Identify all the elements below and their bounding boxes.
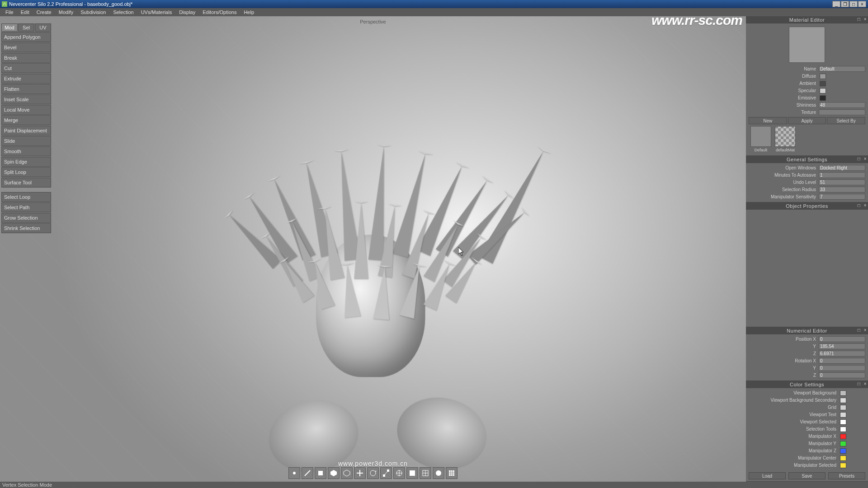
gs-autosave-input[interactable] [819,172,865,178]
cs-swatch[interactable] [840,398,846,403]
ne-posy-input[interactable] [819,343,865,349]
mat-slot-default[interactable]: Default [750,126,771,152]
tool-cut[interactable]: Cut [1,63,51,73]
menu-edit[interactable]: Edit [17,9,33,15]
menu-subdivision[interactable]: Subdivision [77,9,109,15]
tool-select-path[interactable]: Select Path [1,202,51,212]
menu-file[interactable]: File [2,9,17,15]
gs-msens-input[interactable] [819,194,865,200]
move-tool-icon[interactable] [354,467,366,479]
panel-undock-icon[interactable]: □ [856,327,862,333]
viewport[interactable]: Perspective www.rr-sc.com www.power3d.co… [0,16,746,482]
menu-uvs-materials[interactable]: UVs/Materials [137,9,175,15]
select-face-icon[interactable] [315,467,326,479]
rotate-tool-icon[interactable] [367,467,379,479]
mat-selectby-button[interactable]: Select By [827,117,865,124]
color-settings-header[interactable]: Color Settings □ × [746,381,868,388]
ne-rotz-input[interactable] [819,372,865,378]
tool-spin-edge[interactable]: Spin Edge [1,157,51,167]
gs-undo-input[interactable] [819,179,865,185]
tool-surface-tool[interactable]: Surface Tool [1,178,51,188]
ne-posx-input[interactable] [819,336,865,342]
wireframe-icon[interactable] [341,467,353,479]
menu-create[interactable]: Create [33,9,55,15]
cs-swatch[interactable] [840,427,846,432]
select-vertex-icon[interactable] [288,467,300,479]
object-properties-header[interactable]: Object Properties □ × [746,202,868,210]
tool-break[interactable]: Break [1,53,51,63]
tool-local-move[interactable]: Local Move [1,105,51,115]
shade-textured-icon[interactable] [446,467,458,479]
tool-select-loop[interactable]: Select Loop [1,192,51,202]
restore-button[interactable]: ❐ [841,1,849,7]
cs-swatch[interactable] [840,412,846,418]
cs-swatch[interactable] [840,419,846,425]
ne-rotx-input[interactable] [819,358,865,364]
numerical-editor-header[interactable]: Numerical Editor □ × [746,327,868,334]
mat-texture-input[interactable] [819,109,865,115]
mat-new-button[interactable]: New [749,117,787,124]
maximize-button[interactable]: □ [849,1,858,7]
menu-display[interactable]: Display [175,9,199,15]
tool-smooth[interactable]: Smooth [1,146,51,156]
cs-swatch[interactable] [840,441,846,446]
gs-selrad-input[interactable] [819,187,865,192]
tool-paint-displacement[interactable]: Paint Displacement [1,126,51,136]
tool-slide[interactable]: Slide [1,136,51,146]
cs-swatch[interactable] [840,434,846,439]
panel-undock-icon[interactable]: □ [856,381,862,387]
tab-uv[interactable]: UV [35,23,51,32]
menu-editors-options[interactable]: Editors/Options [199,9,240,15]
shade-wire-icon[interactable] [420,467,431,479]
shade-flat-icon[interactable] [406,467,418,479]
ne-roty-input[interactable] [819,365,865,371]
menu-selection[interactable]: Selection [109,9,137,15]
tab-sel[interactable]: Sel [18,23,34,32]
cs-swatch[interactable] [840,390,846,396]
tool-grow-selection[interactable]: Grow Selection [1,213,51,223]
cs-load-button[interactable]: Load [749,472,786,479]
ne-posz-input[interactable] [819,351,865,357]
minimize-button[interactable]: _ [832,1,840,7]
mat-shininess-input[interactable] [819,102,865,108]
tab-mod[interactable]: Mod [1,23,18,32]
panel-close-icon[interactable]: × [863,156,868,162]
panel-undock-icon[interactable]: □ [856,156,862,162]
cs-swatch[interactable] [840,455,846,461]
general-settings-header[interactable]: General Settings □ × [746,156,868,163]
tool-merge[interactable]: Merge [1,115,51,125]
menu-modify[interactable]: Modify [55,9,77,15]
gs-openwin-input[interactable] [819,165,865,171]
mat-slot-defaultmat[interactable]: defaultMat [775,126,796,152]
cs-swatch[interactable] [840,463,846,468]
panel-undock-icon[interactable]: □ [856,16,862,23]
tool-bevel[interactable]: Bevel [1,42,51,52]
close-button[interactable]: × [858,1,866,7]
shade-smooth-icon[interactable] [433,467,444,479]
panel-undock-icon[interactable]: □ [856,202,862,209]
select-edge-icon[interactable] [302,467,313,479]
scale-tool-icon[interactable] [380,467,392,479]
mat-apply-button[interactable]: Apply [788,117,826,124]
panel-close-icon[interactable]: × [863,327,868,333]
panel-close-icon[interactable]: × [863,202,868,209]
panel-close-icon[interactable]: × [863,381,868,387]
panel-close-icon[interactable]: × [863,16,868,23]
material-editor-header[interactable]: Material Editor □ × [746,16,868,23]
tool-extrude[interactable]: Extrude [1,74,51,84]
tool-split-loop[interactable]: Split Loop [1,167,51,177]
universal-tool-icon[interactable] [393,467,405,479]
mat-ambient-swatch[interactable] [820,81,826,86]
menu-help[interactable]: Help [240,9,258,15]
cs-presets-button[interactable]: Presets [828,472,865,479]
cs-swatch[interactable] [840,405,846,410]
mat-diffuse-swatch[interactable] [820,74,826,79]
cs-swatch[interactable] [840,448,846,454]
tool-shrink-selection[interactable]: Shrink Selection [1,223,51,233]
tool-append-polygon[interactable]: Append Polygon [1,32,51,42]
mat-name-input[interactable] [819,66,865,72]
cs-save-button[interactable]: Save [788,472,826,479]
tool-flatten[interactable]: Flatten [1,84,51,94]
mat-specular-swatch[interactable] [820,88,826,94]
mat-emissive-swatch[interactable] [820,95,826,101]
